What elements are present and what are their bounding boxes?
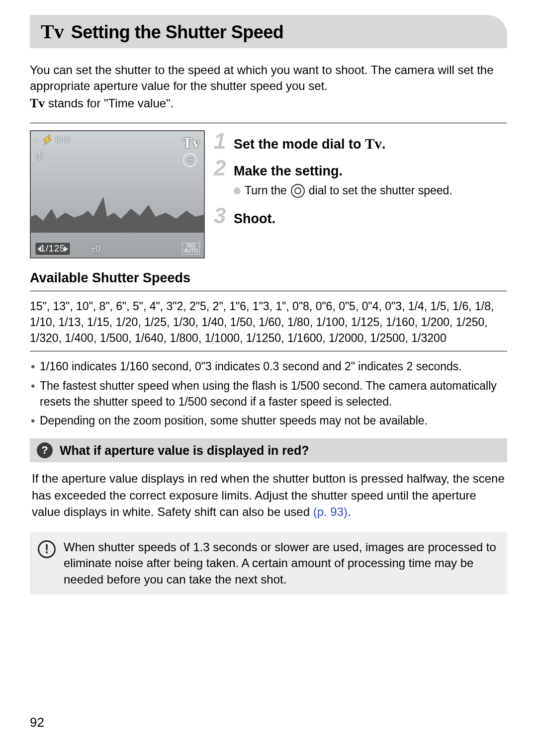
question-header: ? What if aperture value is displayed in… bbox=[30, 438, 507, 462]
warning-icon: ! bbox=[38, 540, 56, 558]
q-body-suf: . bbox=[348, 505, 351, 518]
lcd-top-icons: ⌁ ⚡ 643 bbox=[34, 134, 70, 145]
lcd-aux-icon: ✳ bbox=[183, 153, 197, 167]
question-callout: ? What if aperture value is displayed in… bbox=[30, 438, 507, 520]
lcd-timer-icon: ⏱ bbox=[35, 151, 45, 163]
notes-list: 1/160 indicates 1/160 second, 0"3 indica… bbox=[30, 358, 507, 428]
tv-definition: stands for "Time value". bbox=[45, 96, 174, 110]
shutter-speeds-list: 15", 13", 10", 8", 6", 5", 4", 3"2, 2"5,… bbox=[30, 298, 507, 346]
sub-pre: Turn the bbox=[245, 184, 287, 197]
divider bbox=[30, 351, 507, 351]
step-2: 2 Make the setting. bbox=[214, 157, 507, 179]
control-dial-icon bbox=[291, 184, 305, 198]
page-number: 92 bbox=[30, 715, 44, 730]
step-number: 3 bbox=[214, 205, 231, 227]
step-1-pre: Set the mode dial to bbox=[234, 137, 365, 152]
page-title: Setting the Shutter Speed bbox=[71, 22, 284, 43]
intro-text: You can set the shutter to the speed at … bbox=[30, 63, 494, 92]
sub-suf: dial to set the shutter speed. bbox=[309, 184, 452, 197]
step-1: 1 Set the mode dial to Tv. bbox=[214, 130, 507, 152]
page-title-bar: Tv Setting the Shutter Speed bbox=[30, 15, 507, 48]
step-number: 1 bbox=[214, 130, 231, 152]
question-title: What if aperture value is displayed in r… bbox=[60, 443, 309, 458]
divider bbox=[30, 291, 507, 291]
step-3: 3 Shoot. bbox=[214, 205, 507, 227]
bullet-icon bbox=[234, 187, 241, 194]
lcd-scene bbox=[31, 193, 204, 233]
iso-auto: AUTO bbox=[184, 248, 198, 253]
divider bbox=[30, 123, 507, 123]
lcd-iso-icon: ISO AUTO bbox=[182, 243, 200, 254]
warning-text: When shutter speeds of 1.3 seconds or sl… bbox=[64, 539, 499, 588]
note-item: The fastest shutter speed when using the… bbox=[30, 378, 507, 410]
tv-abbrev: Tv bbox=[30, 96, 45, 110]
tv-icon-inline: Tv bbox=[365, 136, 382, 152]
lcd-shutter-value: 1/125 bbox=[35, 242, 71, 255]
question-icon: ? bbox=[37, 442, 53, 458]
note-item: 1/160 indicates 1/160 second, 0"3 indica… bbox=[30, 358, 507, 374]
page-ref-link[interactable]: (p. 93) bbox=[313, 505, 348, 518]
question-body: If the aperture value displays in red wh… bbox=[30, 462, 507, 520]
step-title: Make the setting. bbox=[234, 164, 343, 179]
step-1-suf: . bbox=[382, 137, 386, 152]
q-body-pre: If the aperture value displays in red wh… bbox=[32, 472, 505, 518]
lcd-mode-tv-icon: Tv bbox=[182, 134, 200, 151]
note-item: Depending on the zoom position, some shu… bbox=[30, 413, 507, 428]
warning-callout: ! When shutter speeds of 1.3 seconds or … bbox=[30, 532, 507, 594]
camera-lcd-preview: ⌁ ⚡ 643 ⏱ Tv ✳ 1/125 ±0 ISO AUTO bbox=[30, 130, 205, 258]
step-2-sub: Turn the dial to set the shutter speed. bbox=[234, 184, 507, 198]
available-speeds-heading: Available Shutter Speeds bbox=[30, 270, 507, 286]
step-title: Set the mode dial to Tv. bbox=[234, 136, 385, 152]
steps-list: 1 Set the mode dial to Tv. 2 Make the se… bbox=[214, 130, 507, 232]
step-title: Shoot. bbox=[234, 211, 275, 227]
lcd-bottom-bar: 1/125 ±0 ISO AUTO bbox=[31, 241, 204, 257]
intro-paragraph: You can set the shutter to the speed at … bbox=[30, 62, 507, 112]
lcd-ev-value: ±0 bbox=[90, 244, 100, 254]
mode-icon-tv: Tv bbox=[41, 20, 64, 43]
step-number: 2 bbox=[214, 157, 231, 179]
